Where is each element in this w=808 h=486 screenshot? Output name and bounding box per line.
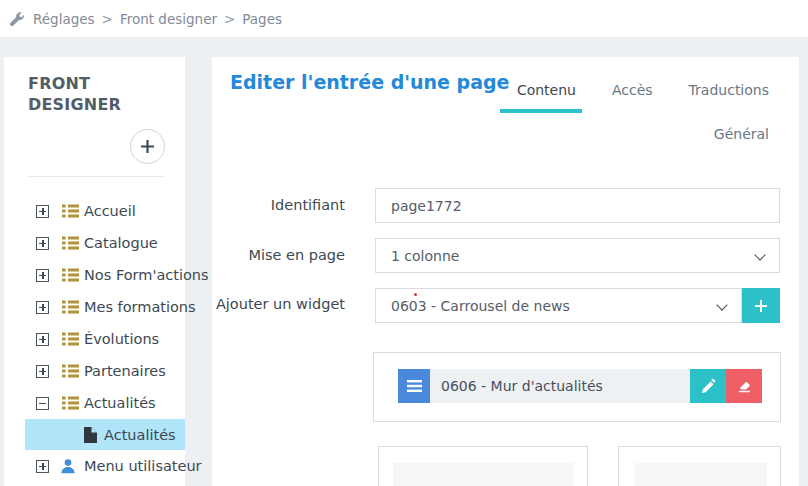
list-icon [62,268,79,282]
delete-widget-button[interactable] [726,369,762,403]
widget-list-container: 0606 - Mur d'actualités [373,352,781,422]
sidebar-title: FRONT DESIGNER [28,73,138,115]
tab-acces[interactable]: Accès [612,81,653,99]
list-icon [62,236,79,250]
list-icon [62,396,79,410]
expand-plus-icon[interactable] [36,333,49,346]
widget-row: 0606 - Mur d'actualités [398,369,762,403]
sidebar-item-evolutions[interactable]: Évolutions [4,323,185,355]
spellcheck-dot [414,293,417,296]
expand-plus-icon[interactable] [36,365,49,378]
expand-plus-icon[interactable] [36,460,49,473]
ajouter-widget-label: Ajouter un widget [212,288,375,315]
form-row-mise-en-page: Mise en page 1 colonne [212,238,780,273]
widget-placeholder-content [635,463,767,486]
sidebar-item-mes-formations[interactable]: Mes formations [4,291,185,323]
widget-placeholder-right [618,446,781,486]
add-page-button[interactable] [130,129,165,164]
sidebar-item-nos-formactions[interactable]: Nos Form'actions [4,259,185,291]
chevron-down-icon [716,299,727,310]
sidebar-item-actualites-page-selected[interactable]: Actualités [25,419,185,450]
app-screen: Réglages > Front designer > Pages FRONT … [0,0,808,486]
collapse-minus-icon[interactable] [36,397,49,410]
widget-placeholder-left [378,446,588,486]
widget-label: 0606 - Mur d'actualités [430,369,690,403]
tree-item-label: Nos Form'actions [84,267,209,283]
tab-bar: Contenu Accès Traductions [517,81,769,99]
form-row-identifiant: Identifiant page1772 [212,188,780,223]
widget-placeholder-content [393,463,574,486]
page-tree: Accueil Catalogue Nos Form'actions [4,195,185,482]
sidebar-divider [28,176,165,177]
form-row-ajouter-widget: Ajouter un widget 0603 - Carrousel de ne… [212,288,780,323]
tab-traductions[interactable]: Traductions [689,81,769,99]
identifiant-label: Identifiant [212,195,375,216]
sidebar-item-accueil[interactable]: Accueil [4,195,185,227]
eraser-icon [737,379,752,394]
plus-icon [141,140,154,153]
expand-plus-icon[interactable] [36,237,49,250]
sidebar-item-catalogue[interactable]: Catalogue [4,227,185,259]
expand-plus-icon[interactable] [36,205,49,218]
sidebar-item-actualites[interactable]: Actualités [4,387,185,419]
breadcrumb: Réglages > Front designer > Pages [10,0,282,37]
sidebar-item-menu-utilisateur[interactable]: Menu utilisateur [4,450,185,482]
list-icon [62,204,79,218]
pencil-icon [701,379,716,394]
list-icon [62,364,79,378]
sidebar-item-partenaires[interactable]: Partenaires [4,355,185,387]
expand-plus-icon[interactable] [36,301,49,314]
tree-item-label: Catalogue [84,235,158,251]
mise-en-page-value: 1 colonne [391,248,459,264]
add-widget-button[interactable] [742,288,780,323]
breadcrumb-pages[interactable]: Pages [242,11,282,27]
tree-item-label: Accueil [84,203,136,219]
ajouter-widget-select[interactable]: 0603 - Carrousel de news [375,288,742,323]
mise-en-page-select[interactable]: 1 colonne [375,238,780,273]
list-icon [62,332,79,346]
edit-widget-button[interactable] [690,369,726,403]
mise-en-page-label: Mise en page [212,245,375,266]
file-icon [84,427,97,443]
widget-label-text: 0606 - Mur d'actualités [441,378,603,394]
wrench-icon [10,12,24,26]
tree-item-label: Partenaires [84,363,166,379]
breadcrumb-separator: > [224,11,235,27]
identifiant-value: page1772 [391,198,462,214]
sidebar: FRONT DESIGNER Accueil Catalogue [4,57,185,486]
tree-item-label: Mes formations [84,299,196,315]
plus-icon [755,300,767,312]
drag-handle[interactable] [398,369,430,403]
identifiant-input[interactable]: page1772 [375,188,780,223]
breadcrumb-front-designer[interactable]: Front designer [120,11,217,27]
tree-item-label: Menu utilisateur [84,458,202,474]
tree-item-label: Actualités [104,427,176,443]
chevron-down-icon [754,249,765,260]
breadcrumb-separator: > [102,11,113,27]
person-icon [60,458,76,474]
expand-plus-icon[interactable] [36,269,49,282]
hamburger-icon [407,380,422,392]
tree-item-label: Évolutions [84,331,159,347]
breadcrumb-reglages[interactable]: Réglages [33,11,95,27]
page-title: Editer l'entrée d'une page [230,71,510,93]
ajouter-widget-value: 0603 - Carrousel de news [391,298,570,314]
breadcrumb-bar: Réglages > Front designer > Pages [0,0,808,37]
tree-item-label: Actualités [84,395,156,411]
list-icon [62,300,79,314]
main-panel: Editer l'entrée d'une page Contenu Accès… [212,57,799,486]
tab-general[interactable]: Général [714,125,769,143]
tab-contenu[interactable]: Contenu [517,81,576,99]
